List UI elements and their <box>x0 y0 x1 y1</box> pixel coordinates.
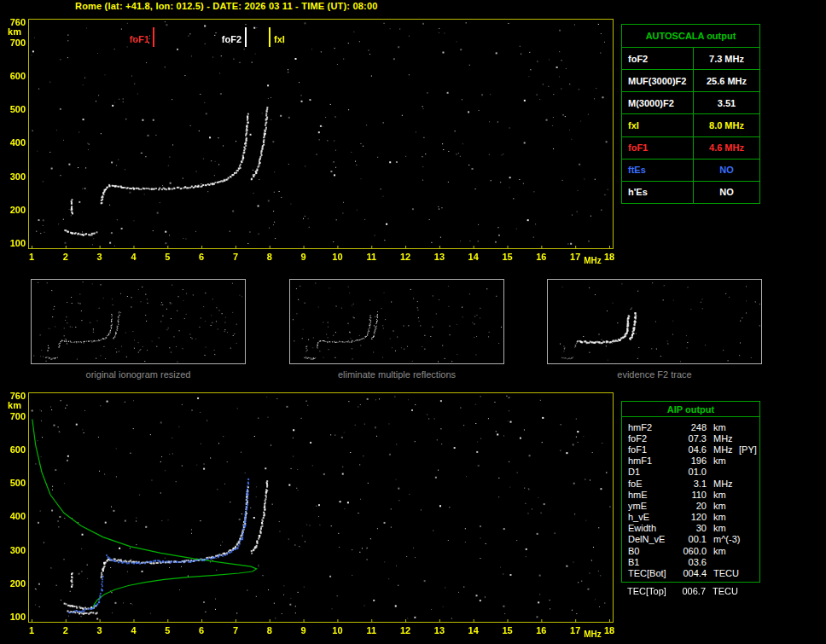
autoscala-row-value: NO <box>694 182 759 203</box>
aip-row-unit: km <box>713 546 739 556</box>
autoscala-row: h'EsNO <box>622 182 759 203</box>
aip-row-value: 20 <box>679 501 707 511</box>
autoscala-panel: AUTOSCALA output foF27.3 MHzMUF(3000)F22… <box>621 24 760 204</box>
aip-row: foF207.3MHz <box>622 432 759 444</box>
aip-row-value: 00.1 <box>679 534 707 544</box>
aip-row-label: h_vE <box>628 512 679 522</box>
aip-row-label: DelN_vE <box>628 534 679 544</box>
aip-row-value: 03.6 <box>679 557 707 567</box>
aip-row: B103.6 <box>622 556 759 567</box>
aip-rows: hmF2248kmfoF207.3MHzfoF104.6MHz[PY]hmF11… <box>622 417 759 579</box>
aip-row-label: hmE <box>628 490 679 500</box>
aip-row: Ewidth30km <box>622 523 759 534</box>
aip-row-value: 110 <box>679 490 707 500</box>
autoscala-row-value: 8.0 MHz <box>694 114 759 136</box>
thumbnail-evidence-f2-caption: evidence F2 trace <box>547 369 762 380</box>
thumbnail-evidence-f2 <box>547 279 762 364</box>
autoscala-row-label: MUF(3000)F2 <box>622 70 694 91</box>
station-title: Rome (lat: +41.8, lon: 012.5) - DATE: 20… <box>75 1 378 11</box>
aip-row-value: 248 <box>679 422 707 432</box>
autoscala-row-label: foF1 <box>622 137 694 159</box>
thumbnail-original <box>31 279 246 364</box>
aip-row-label: Ewidth <box>628 523 679 533</box>
thumbnail-original-caption: original ionogram resized <box>31 369 246 380</box>
aip-row-value: 004.4 <box>679 568 707 578</box>
aip-row-note: [PY] <box>739 444 759 455</box>
aip-row-unit: MHz <box>713 433 739 444</box>
autoscala-row-label: h'Es <box>622 182 694 203</box>
aip-row: B0060.0km <box>622 545 759 556</box>
autoscala-row: MUF(3000)F225.6 MHz <box>622 70 759 92</box>
autoscala-row-value: 4.6 MHz <box>694 137 759 159</box>
aip-row: ymE20km <box>622 500 759 511</box>
thumbnail-eliminate-reflections-canvas <box>290 280 503 363</box>
aip-row-unit: km <box>713 455 739 466</box>
aip-row-value: 01.0 <box>679 467 707 477</box>
aip-row: foE3.1MHz <box>622 478 759 489</box>
aip-row: D101.0 <box>622 467 759 478</box>
aip-row-label: foF2 <box>628 433 679 444</box>
aip-row-value: 04.6 <box>679 444 707 455</box>
thumbnail-original-canvas <box>32 280 245 363</box>
aip-row-unit: MHz <box>713 444 739 455</box>
top-ionogram-plot <box>0 12 623 276</box>
aip-row: hmF2248km <box>622 421 759 432</box>
autoscala-row-value: NO <box>694 160 759 181</box>
aip-tec-top-row: TEC[Top]006.7TECU <box>621 585 760 596</box>
aip-row-label: D1 <box>628 467 679 477</box>
aip-row-label: ymE <box>628 501 679 511</box>
aip-row-unit: km <box>713 512 739 522</box>
aip-row-label: hmF2 <box>628 422 679 432</box>
aip-row-label: TEC[Top] <box>627 586 678 596</box>
bottom-ionogram-canvas <box>0 386 623 644</box>
aip-row-value: 30 <box>679 523 707 533</box>
autoscala-row: M(3000)F23.51 <box>622 92 759 114</box>
aip-row: hmE110km <box>622 489 759 500</box>
aip-row-unit: km <box>713 501 739 511</box>
aip-row: hmF1196km <box>622 455 759 467</box>
autoscala-row-label: M(3000)F2 <box>622 92 694 113</box>
aip-row: TEC[Top]006.7TECU <box>621 585 760 596</box>
autoscala-panel-title: AUTOSCALA output <box>622 25 759 48</box>
aip-panel-title: AIP output <box>622 402 759 417</box>
aip-row-unit: km <box>713 422 739 432</box>
autoscala-row-label: fxI <box>622 114 694 136</box>
aip-row-value: 120 <box>679 512 707 522</box>
autoscala-row-value: 25.6 MHz <box>694 70 759 91</box>
aip-row-label: foE <box>628 479 679 489</box>
aip-row: h_vE120km <box>622 512 759 523</box>
autoscala-row: fxI8.0 MHz <box>622 114 759 136</box>
aip-row-unit: MHz <box>713 479 739 489</box>
aip-row-value: 006.7 <box>678 586 706 596</box>
autoscala-row: foF14.6 MHz <box>622 137 759 160</box>
autoscala-row-value: 3.51 <box>694 92 759 113</box>
aip-row-unit: km <box>713 490 739 500</box>
aip-row-label: hmF1 <box>628 455 679 466</box>
aip-row-label: B1 <box>628 557 679 567</box>
aip-row-value: 3.1 <box>679 479 707 489</box>
autoscala-row-label: foF2 <box>622 48 694 69</box>
aip-row-unit: TECU <box>713 586 738 596</box>
thumbnail-eliminate-reflections-caption: eliminate multiple reflections <box>289 369 504 380</box>
bottom-ionogram-plot <box>0 386 623 644</box>
aip-row-unit: TECU <box>713 568 739 578</box>
aip-row-unit: km <box>713 523 739 533</box>
aip-row-unit: m^(-3) <box>713 534 739 544</box>
aip-row-label: B0 <box>628 546 679 556</box>
autoscala-row-label: ftEs <box>622 160 694 181</box>
aip-row: foF104.6MHz[PY] <box>622 444 759 455</box>
autoscala-row: ftEsNO <box>622 160 759 182</box>
aip-row: TEC[Bot]004.4TECU <box>622 567 759 578</box>
top-ionogram-canvas <box>0 12 623 276</box>
aip-row-value: 060.0 <box>679 546 707 556</box>
aip-row-label: TEC[Bot] <box>628 568 679 578</box>
aip-panel: AIP output hmF2248kmfoF207.3MHzfoF104.6M… <box>621 401 760 583</box>
autoscala-rows: foF27.3 MHzMUF(3000)F225.6 MHzM(3000)F23… <box>622 48 759 203</box>
aip-row-value: 196 <box>679 455 707 466</box>
autoscala-row-value: 7.3 MHz <box>694 48 759 69</box>
aip-row: DelN_vE00.1m^(-3) <box>622 534 759 545</box>
aip-row-label: foF1 <box>628 444 679 455</box>
autoscala-row: foF27.3 MHz <box>622 48 759 70</box>
aip-row-value: 07.3 <box>679 433 707 444</box>
thumbnail-eliminate-reflections <box>289 279 504 364</box>
